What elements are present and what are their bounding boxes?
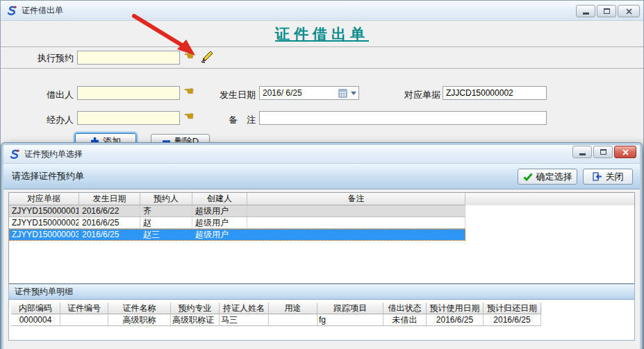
minimize-button[interactable] <box>576 5 595 17</box>
check-icon <box>523 173 533 181</box>
reservation-table: 对应单据 发生日期 预约人 创建人 备注 ZJYYD150000001 2016… <box>8 192 635 284</box>
pencil-icon <box>199 50 213 64</box>
date-picker[interactable]: 2016/ 6/25 <box>259 86 359 100</box>
execute-reservation-label: 执行预约 <box>28 51 74 65</box>
col-status: 借出状态 <box>383 303 427 314</box>
handler-label: 经办人 <box>28 113 74 127</box>
doc-input[interactable] <box>443 86 547 100</box>
detail-table-header: 内部编码 证件编号 证件名称 预约专业 持证人姓名 用途 跟踪项目 借出状态 预… <box>11 303 542 314</box>
main-titlebar: 证件借出单 <box>1 1 643 21</box>
table-row-selected[interactable]: ZJYYD150000003 2016/6/25 赵三 超级用户 <box>9 229 465 241</box>
col-internal-code: 内部编码 <box>11 303 60 314</box>
prompt-text: 请选择证件预约单 <box>12 164 84 189</box>
exit-door-icon <box>593 172 602 181</box>
hand-select-icon: ☚ <box>184 50 194 62</box>
dialog-title: 证件预约单选择 <box>24 148 83 160</box>
table-row[interactable]: ZJYYD150000001 2016/6/22 齐 超级用户 <box>9 205 465 217</box>
app-icon <box>9 148 20 160</box>
hand-select-icon: ☚ <box>184 110 194 122</box>
date-value: 2016/ 6/25 <box>260 88 336 98</box>
col-cert-name: 证件名称 <box>108 303 171 314</box>
reservation-table-header: 对应单据 发生日期 预约人 创建人 备注 <box>9 193 634 205</box>
remark-label: 备 注 <box>213 113 256 127</box>
screen: 证件借出单 证件借出单 执行预约 ☚ <box>0 0 644 349</box>
dialog-minimize-button[interactable] <box>572 146 592 158</box>
col-use-date: 预计使用日期 <box>427 303 484 314</box>
minimize-icon <box>579 153 586 155</box>
detail-caption: 证件预约单明细 <box>9 284 634 300</box>
calendar-button[interactable] <box>336 87 349 99</box>
confirm-select-button[interactable]: 确定选择 <box>518 169 577 185</box>
col-usage: 用途 <box>269 303 317 314</box>
col-creator: 创建人 <box>192 193 247 205</box>
reservation-select-dialog: 证件预约单选择 请选择证件预约单 确定选择 关闭 <box>1 143 642 349</box>
hand-select-icon: ☚ <box>184 85 194 97</box>
detail-row[interactable]: 0000004 高级职称 高级职称证 马三 fg 未借出 2016/6/25 2… <box>11 314 542 326</box>
main-window-title: 证件借出单 <box>22 5 63 17</box>
close-button[interactable] <box>618 5 640 17</box>
remark-input[interactable] <box>259 111 547 125</box>
dialog-toolbar: 请选择证件预约单 确定选择 关闭 <box>3 164 640 189</box>
reservation-detail-panel: 证件预约单明细 内部编码 证件编号 证件名称 预约专业 持证人姓名 用途 跟踪项… <box>8 284 635 341</box>
col-return-date: 预计归还日期 <box>484 303 541 314</box>
dialog-maximize-button[interactable] <box>593 146 613 158</box>
page-title: 证件借出单 <box>275 24 369 44</box>
pick-borrower-button[interactable]: ☚ <box>182 85 196 98</box>
date-label: 发生日期 <box>213 88 256 102</box>
col-cert-no: 证件编号 <box>60 303 108 314</box>
maximize-icon <box>604 8 610 14</box>
handler-input[interactable] <box>77 111 180 125</box>
chevron-down-icon <box>351 92 356 95</box>
borrower-input[interactable] <box>77 86 180 100</box>
dialog-titlebar: 证件预约单选择 <box>3 145 640 164</box>
col-project: 跟踪项目 <box>317 303 383 314</box>
col-remark: 备注 <box>247 193 465 205</box>
dialog-close-button[interactable] <box>614 146 636 158</box>
col-reserver: 预约人 <box>140 193 192 205</box>
pick-reservation-button[interactable]: ☚ <box>182 50 196 62</box>
col-doc: 对应单据 <box>9 193 79 205</box>
calendar-icon <box>338 89 347 98</box>
maximize-icon <box>600 149 606 155</box>
execute-reservation-band: 执行预约 ☚ <box>1 47 643 69</box>
execute-reservation-input[interactable] <box>77 51 180 65</box>
col-major: 预约专业 <box>171 303 220 314</box>
edit-button[interactable] <box>199 49 215 65</box>
date-dropdown-button[interactable] <box>349 87 358 99</box>
table-row[interactable]: ZJYYD150000002 2016/6/25 赵 超级用户 <box>9 217 465 229</box>
doc-label: 对应单据 <box>395 88 440 102</box>
borrower-label: 借出人 <box>28 88 74 102</box>
close-icon <box>626 8 632 15</box>
app-icon <box>6 5 17 16</box>
heading-band: 证件借出单 <box>1 21 643 47</box>
maximize-button[interactable] <box>597 5 616 17</box>
col-holder: 持证人姓名 <box>220 303 269 314</box>
col-date: 发生日期 <box>79 193 140 205</box>
pick-handler-button[interactable]: ☚ <box>182 110 196 123</box>
minimize-icon <box>583 12 589 15</box>
close-icon <box>622 149 629 155</box>
close-dialog-button[interactable]: 关闭 <box>583 169 633 185</box>
